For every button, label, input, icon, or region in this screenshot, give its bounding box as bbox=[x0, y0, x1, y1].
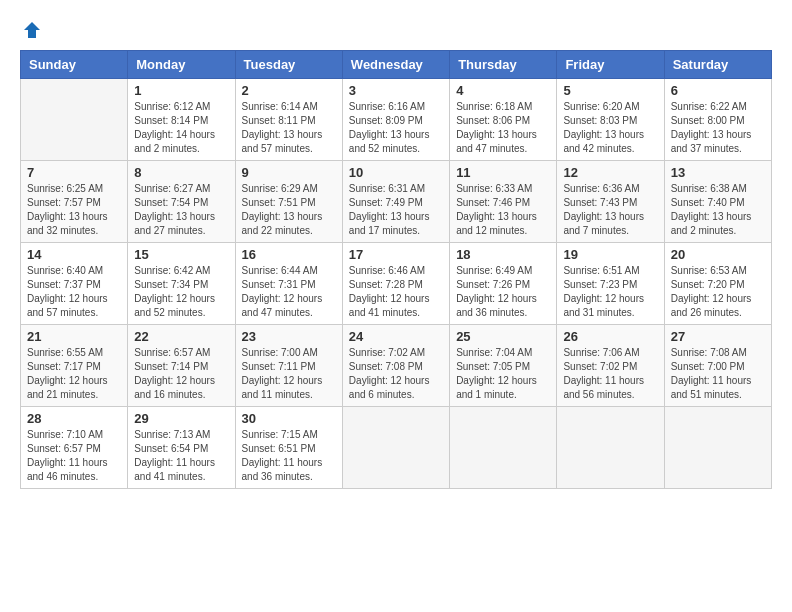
calendar-cell bbox=[450, 407, 557, 489]
day-number: 3 bbox=[349, 83, 443, 98]
weekday-header: Tuesday bbox=[235, 51, 342, 79]
calendar-week-row: 14Sunrise: 6:40 AMSunset: 7:37 PMDayligh… bbox=[21, 243, 772, 325]
day-info: Sunrise: 6:57 AMSunset: 7:14 PMDaylight:… bbox=[134, 346, 228, 402]
day-info: Sunrise: 7:15 AMSunset: 6:51 PMDaylight:… bbox=[242, 428, 336, 484]
calendar-cell bbox=[664, 407, 771, 489]
logo bbox=[20, 20, 42, 40]
day-number: 8 bbox=[134, 165, 228, 180]
day-info: Sunrise: 6:29 AMSunset: 7:51 PMDaylight:… bbox=[242, 182, 336, 238]
calendar-cell: 21Sunrise: 6:55 AMSunset: 7:17 PMDayligh… bbox=[21, 325, 128, 407]
day-number: 13 bbox=[671, 165, 765, 180]
day-number: 17 bbox=[349, 247, 443, 262]
calendar-cell: 14Sunrise: 6:40 AMSunset: 7:37 PMDayligh… bbox=[21, 243, 128, 325]
day-number: 28 bbox=[27, 411, 121, 426]
day-info: Sunrise: 7:06 AMSunset: 7:02 PMDaylight:… bbox=[563, 346, 657, 402]
calendar-cell: 17Sunrise: 6:46 AMSunset: 7:28 PMDayligh… bbox=[342, 243, 449, 325]
svg-marker-0 bbox=[24, 22, 40, 38]
day-info: Sunrise: 6:44 AMSunset: 7:31 PMDaylight:… bbox=[242, 264, 336, 320]
calendar-cell: 12Sunrise: 6:36 AMSunset: 7:43 PMDayligh… bbox=[557, 161, 664, 243]
day-info: Sunrise: 6:36 AMSunset: 7:43 PMDaylight:… bbox=[563, 182, 657, 238]
day-number: 21 bbox=[27, 329, 121, 344]
day-number: 10 bbox=[349, 165, 443, 180]
day-number: 9 bbox=[242, 165, 336, 180]
calendar-week-row: 21Sunrise: 6:55 AMSunset: 7:17 PMDayligh… bbox=[21, 325, 772, 407]
day-info: Sunrise: 6:12 AMSunset: 8:14 PMDaylight:… bbox=[134, 100, 228, 156]
day-info: Sunrise: 6:51 AMSunset: 7:23 PMDaylight:… bbox=[563, 264, 657, 320]
calendar-week-row: 1Sunrise: 6:12 AMSunset: 8:14 PMDaylight… bbox=[21, 79, 772, 161]
calendar-cell: 9Sunrise: 6:29 AMSunset: 7:51 PMDaylight… bbox=[235, 161, 342, 243]
day-number: 26 bbox=[563, 329, 657, 344]
calendar-header-row: SundayMondayTuesdayWednesdayThursdayFrid… bbox=[21, 51, 772, 79]
calendar-cell: 5Sunrise: 6:20 AMSunset: 8:03 PMDaylight… bbox=[557, 79, 664, 161]
day-number: 5 bbox=[563, 83, 657, 98]
weekday-header: Wednesday bbox=[342, 51, 449, 79]
calendar-cell: 4Sunrise: 6:18 AMSunset: 8:06 PMDaylight… bbox=[450, 79, 557, 161]
day-info: Sunrise: 7:08 AMSunset: 7:00 PMDaylight:… bbox=[671, 346, 765, 402]
calendar-cell bbox=[21, 79, 128, 161]
day-info: Sunrise: 7:10 AMSunset: 6:57 PMDaylight:… bbox=[27, 428, 121, 484]
calendar-cell: 6Sunrise: 6:22 AMSunset: 8:00 PMDaylight… bbox=[664, 79, 771, 161]
calendar-cell: 7Sunrise: 6:25 AMSunset: 7:57 PMDaylight… bbox=[21, 161, 128, 243]
day-number: 2 bbox=[242, 83, 336, 98]
day-info: Sunrise: 6:20 AMSunset: 8:03 PMDaylight:… bbox=[563, 100, 657, 156]
calendar-cell: 18Sunrise: 6:49 AMSunset: 7:26 PMDayligh… bbox=[450, 243, 557, 325]
day-number: 22 bbox=[134, 329, 228, 344]
calendar-table: SundayMondayTuesdayWednesdayThursdayFrid… bbox=[20, 50, 772, 489]
page-header bbox=[20, 20, 772, 40]
day-info: Sunrise: 6:22 AMSunset: 8:00 PMDaylight:… bbox=[671, 100, 765, 156]
day-number: 18 bbox=[456, 247, 550, 262]
calendar-cell: 11Sunrise: 6:33 AMSunset: 7:46 PMDayligh… bbox=[450, 161, 557, 243]
day-number: 30 bbox=[242, 411, 336, 426]
day-info: Sunrise: 6:46 AMSunset: 7:28 PMDaylight:… bbox=[349, 264, 443, 320]
calendar-cell: 1Sunrise: 6:12 AMSunset: 8:14 PMDaylight… bbox=[128, 79, 235, 161]
logo-icon bbox=[22, 20, 42, 40]
day-info: Sunrise: 7:00 AMSunset: 7:11 PMDaylight:… bbox=[242, 346, 336, 402]
day-number: 20 bbox=[671, 247, 765, 262]
day-number: 7 bbox=[27, 165, 121, 180]
day-number: 24 bbox=[349, 329, 443, 344]
calendar-cell: 19Sunrise: 6:51 AMSunset: 7:23 PMDayligh… bbox=[557, 243, 664, 325]
day-number: 11 bbox=[456, 165, 550, 180]
day-info: Sunrise: 6:55 AMSunset: 7:17 PMDaylight:… bbox=[27, 346, 121, 402]
weekday-header: Sunday bbox=[21, 51, 128, 79]
calendar-cell: 3Sunrise: 6:16 AMSunset: 8:09 PMDaylight… bbox=[342, 79, 449, 161]
day-number: 4 bbox=[456, 83, 550, 98]
day-info: Sunrise: 6:14 AMSunset: 8:11 PMDaylight:… bbox=[242, 100, 336, 156]
calendar-cell: 15Sunrise: 6:42 AMSunset: 7:34 PMDayligh… bbox=[128, 243, 235, 325]
day-info: Sunrise: 6:49 AMSunset: 7:26 PMDaylight:… bbox=[456, 264, 550, 320]
calendar-week-row: 7Sunrise: 6:25 AMSunset: 7:57 PMDaylight… bbox=[21, 161, 772, 243]
calendar-cell: 2Sunrise: 6:14 AMSunset: 8:11 PMDaylight… bbox=[235, 79, 342, 161]
calendar-cell: 23Sunrise: 7:00 AMSunset: 7:11 PMDayligh… bbox=[235, 325, 342, 407]
calendar-cell: 28Sunrise: 7:10 AMSunset: 6:57 PMDayligh… bbox=[21, 407, 128, 489]
day-info: Sunrise: 6:25 AMSunset: 7:57 PMDaylight:… bbox=[27, 182, 121, 238]
day-info: Sunrise: 6:40 AMSunset: 7:37 PMDaylight:… bbox=[27, 264, 121, 320]
day-number: 16 bbox=[242, 247, 336, 262]
calendar-cell: 8Sunrise: 6:27 AMSunset: 7:54 PMDaylight… bbox=[128, 161, 235, 243]
calendar-cell: 16Sunrise: 6:44 AMSunset: 7:31 PMDayligh… bbox=[235, 243, 342, 325]
calendar-cell: 20Sunrise: 6:53 AMSunset: 7:20 PMDayligh… bbox=[664, 243, 771, 325]
day-info: Sunrise: 6:33 AMSunset: 7:46 PMDaylight:… bbox=[456, 182, 550, 238]
weekday-header: Friday bbox=[557, 51, 664, 79]
calendar-cell: 13Sunrise: 6:38 AMSunset: 7:40 PMDayligh… bbox=[664, 161, 771, 243]
day-info: Sunrise: 6:18 AMSunset: 8:06 PMDaylight:… bbox=[456, 100, 550, 156]
day-number: 29 bbox=[134, 411, 228, 426]
calendar-cell: 26Sunrise: 7:06 AMSunset: 7:02 PMDayligh… bbox=[557, 325, 664, 407]
day-number: 25 bbox=[456, 329, 550, 344]
calendar-week-row: 28Sunrise: 7:10 AMSunset: 6:57 PMDayligh… bbox=[21, 407, 772, 489]
weekday-header: Saturday bbox=[664, 51, 771, 79]
day-info: Sunrise: 6:42 AMSunset: 7:34 PMDaylight:… bbox=[134, 264, 228, 320]
day-number: 15 bbox=[134, 247, 228, 262]
day-number: 6 bbox=[671, 83, 765, 98]
calendar-cell: 22Sunrise: 6:57 AMSunset: 7:14 PMDayligh… bbox=[128, 325, 235, 407]
calendar-cell: 29Sunrise: 7:13 AMSunset: 6:54 PMDayligh… bbox=[128, 407, 235, 489]
day-number: 1 bbox=[134, 83, 228, 98]
calendar-cell bbox=[557, 407, 664, 489]
calendar-cell: 25Sunrise: 7:04 AMSunset: 7:05 PMDayligh… bbox=[450, 325, 557, 407]
day-info: Sunrise: 7:02 AMSunset: 7:08 PMDaylight:… bbox=[349, 346, 443, 402]
calendar-cell: 30Sunrise: 7:15 AMSunset: 6:51 PMDayligh… bbox=[235, 407, 342, 489]
calendar-cell: 10Sunrise: 6:31 AMSunset: 7:49 PMDayligh… bbox=[342, 161, 449, 243]
day-info: Sunrise: 6:27 AMSunset: 7:54 PMDaylight:… bbox=[134, 182, 228, 238]
day-info: Sunrise: 6:16 AMSunset: 8:09 PMDaylight:… bbox=[349, 100, 443, 156]
day-number: 14 bbox=[27, 247, 121, 262]
day-info: Sunrise: 7:04 AMSunset: 7:05 PMDaylight:… bbox=[456, 346, 550, 402]
